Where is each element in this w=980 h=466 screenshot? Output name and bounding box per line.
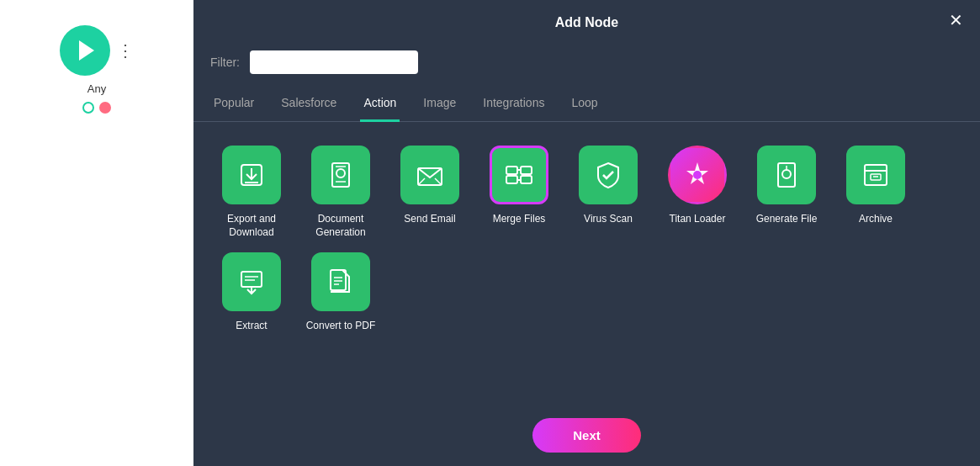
node-generate-file-icon-box — [757, 146, 816, 204]
node-virus-scan-icon-box — [579, 146, 638, 204]
svg-rect-21 — [865, 165, 887, 185]
node-archive-icon-box — [846, 146, 905, 204]
node-titan-loader-label: Titan Loader — [670, 213, 726, 226]
svg-point-19 — [782, 170, 791, 178]
svg-rect-10 — [506, 167, 517, 174]
node-convert-pdf-icon-box — [311, 252, 370, 311]
svg-line-9 — [435, 178, 442, 185]
svg-rect-13 — [521, 176, 532, 183]
panel-header: Add Node ✕ — [193, 0, 980, 45]
panel-footer: Next — [193, 405, 980, 466]
node-archive-label: Archive — [859, 213, 893, 226]
more-options-icon[interactable]: ⋮ — [117, 40, 134, 61]
node-merge-files-icon-box — [490, 146, 548, 204]
node-document-generation-label: Document Generation — [303, 213, 379, 239]
node-extract-label: Extract — [236, 320, 267, 333]
node-archive[interactable]: Archive — [838, 146, 914, 239]
node-titan-loader-icon-box — [668, 146, 727, 204]
node-send-email[interactable]: Send Email — [392, 146, 468, 239]
svg-point-4 — [336, 169, 345, 177]
svg-point-17 — [693, 171, 702, 179]
node-export-download-icon-box — [222, 146, 281, 204]
node-merge-files-label: Merge Files — [493, 213, 546, 226]
tab-image[interactable]: Image — [420, 87, 459, 122]
node-generate-file[interactable]: Generate File — [749, 146, 824, 239]
node-document-generation-icon-box — [311, 146, 370, 204]
node-extract-icon-box — [222, 252, 281, 311]
node-send-email-icon-box — [400, 146, 459, 204]
next-button[interactable]: Next — [532, 418, 641, 453]
node-convert-pdf-label: Convert to PDF — [306, 320, 376, 333]
svg-rect-25 — [241, 272, 262, 287]
node-document-generation[interactable]: Document Generation — [303, 146, 379, 239]
svg-line-8 — [418, 178, 425, 185]
generate-icon — [771, 160, 802, 190]
document-icon — [326, 160, 356, 190]
svg-rect-11 — [521, 167, 532, 174]
filter-label: Filter: — [210, 56, 240, 69]
dot-teal — [82, 102, 94, 114]
node-generate-file-label: Generate File — [756, 213, 818, 226]
node-any-label: Any — [87, 82, 106, 95]
node-extract[interactable]: Extract — [214, 252, 289, 333]
svg-rect-29 — [331, 270, 346, 290]
titan-star-icon — [681, 158, 714, 192]
merge-icon — [504, 160, 534, 190]
node-play-button[interactable] — [60, 25, 110, 76]
export-icon — [236, 160, 267, 190]
tab-integrations[interactable]: Integrations — [479, 87, 548, 122]
filter-row: Filter: — [193, 45, 980, 87]
node-grid: Export and Download Document Generation — [193, 122, 980, 405]
extract-icon — [236, 267, 267, 297]
node-send-email-label: Send Email — [404, 213, 455, 226]
node-export-download[interactable]: Export and Download — [214, 146, 289, 239]
sidebar: ⋮ Any — [0, 0, 193, 466]
tabs-row: Popular Salesforce Action Image Integrat… — [193, 87, 980, 122]
node-merge-files[interactable]: Merge Files — [481, 146, 557, 239]
node-dots-row — [82, 102, 111, 114]
email-icon — [415, 160, 445, 190]
tab-loop[interactable]: Loop — [568, 87, 601, 122]
tab-action[interactable]: Action — [360, 87, 400, 122]
panel-title: Add Node — [555, 15, 619, 30]
tab-popular[interactable]: Popular — [210, 87, 257, 122]
tab-salesforce[interactable]: Salesforce — [278, 87, 340, 122]
shield-icon — [593, 160, 623, 190]
add-node-panel: Add Node ✕ Filter: Popular Salesforce Ac… — [193, 0, 980, 466]
dot-pink — [99, 102, 111, 114]
node-virus-scan-label: Virus Scan — [584, 213, 633, 226]
pdf-icon — [326, 267, 356, 297]
node-convert-pdf[interactable]: Convert to PDF — [303, 252, 379, 333]
node-titan-loader[interactable]: Titan Loader — [660, 146, 735, 239]
node-virus-scan[interactable]: Virus Scan — [570, 146, 646, 239]
filter-input[interactable] — [250, 50, 418, 74]
node-export-download-label: Export and Download — [214, 213, 289, 239]
close-button[interactable]: ✕ — [949, 12, 963, 29]
play-icon — [79, 40, 94, 61]
svg-rect-12 — [506, 176, 517, 183]
archive-icon — [861, 160, 891, 190]
